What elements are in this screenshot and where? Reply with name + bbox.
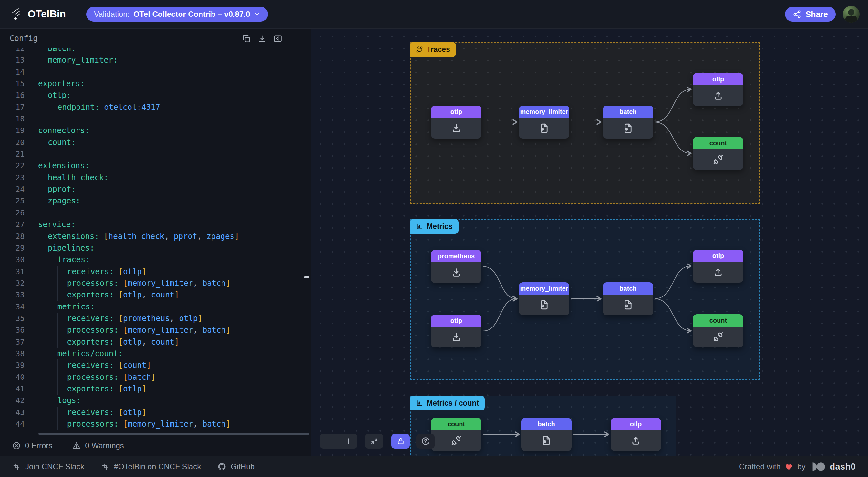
code-line: 13memory_limiter: — [0, 54, 311, 66]
heart-icon — [785, 463, 793, 471]
line-number: 39 — [0, 359, 25, 371]
connector-node-count[interactable]: count — [431, 418, 482, 451]
receiver-node-otlp[interactable]: otlp — [431, 106, 482, 139]
plug-icon — [693, 149, 743, 170]
processor-node-memory_limiter[interactable]: memory_limiter — [519, 282, 569, 315]
pipeline-badge-label: Traces — [427, 45, 450, 54]
line-number: 32 — [0, 277, 25, 289]
line-number: 41 — [0, 383, 25, 395]
warning-triangle-icon — [72, 442, 81, 450]
pipeline-badge-metrics[interactable]: Metrics — [410, 219, 459, 234]
node-label: otlp — [693, 250, 743, 262]
node-label: batch — [521, 418, 571, 430]
footer-link--otelbin-on-cncf-slack[interactable]: #OTelBin on CNCF Slack — [101, 462, 201, 471]
code-line: 28extensions: [health_check, pprof, zpag… — [0, 231, 311, 242]
code-line: 39receivers: [count] — [0, 359, 311, 371]
code-line: 27service: — [0, 219, 311, 230]
node-label: otlp — [693, 73, 743, 85]
line-number: 19 — [0, 125, 25, 136]
processor-node-batch[interactable]: batch — [521, 418, 571, 451]
help-button[interactable] — [416, 434, 435, 449]
code-line: 23health_check: — [0, 172, 311, 183]
zoom-in-button[interactable] — [339, 434, 358, 449]
user-avatar[interactable] — [843, 6, 860, 23]
connector-node-count[interactable]: count — [693, 314, 743, 347]
share-button[interactable]: Share — [785, 7, 836, 22]
download-config-button[interactable] — [258, 34, 267, 43]
zoom-out-button[interactable] — [320, 434, 339, 449]
validation-status-bar: 0 Errors 0 Warnings — [0, 435, 311, 456]
fit-view-button[interactable] — [365, 434, 383, 449]
upload-tray-icon — [693, 262, 743, 282]
code-line: 14 — [0, 66, 311, 78]
line-number: 34 — [0, 301, 25, 312]
otelbin-logo-icon — [8, 7, 23, 21]
line-number: 31 — [0, 266, 25, 277]
processor-node-batch[interactable]: batch — [603, 282, 653, 315]
exporter-node-otlp[interactable]: otlp — [693, 250, 743, 282]
receiver-node-otlp[interactable]: otlp — [431, 315, 482, 348]
errors-status[interactable]: 0 Errors — [12, 441, 52, 450]
code-line: 26 — [0, 207, 311, 219]
line-number: 14 — [0, 66, 25, 78]
node-label: memory_limiter — [519, 282, 569, 295]
code-line: 19connectors: — [0, 125, 311, 136]
header-divider — [75, 7, 76, 21]
node-label: batch — [603, 282, 653, 295]
node-label: count — [693, 137, 743, 149]
code-line: 35receivers: [prometheus, otlp] — [0, 312, 311, 324]
line-number: 12 — [0, 48, 25, 54]
code-line: 43receivers: [otlp] — [0, 407, 311, 418]
github-icon — [218, 463, 226, 471]
line-number: 33 — [0, 289, 25, 301]
line-number: 20 — [0, 137, 25, 148]
warnings-count: 0 Warnings — [85, 441, 124, 450]
editor-vertical-scrollbar[interactable] — [304, 276, 309, 278]
node-label: batch — [603, 106, 653, 118]
slack-icon — [101, 463, 110, 471]
code-line: 42logs: — [0, 395, 311, 406]
lock-button[interactable] — [392, 434, 410, 449]
line-number: 22 — [0, 160, 25, 172]
pipeline-badge-metrics-count[interactable]: Metrics / count — [410, 396, 485, 411]
code-line: 36processors: [memory_limiter, batch] — [0, 324, 311, 336]
processor-node-memory_limiter[interactable]: memory_limiter — [519, 106, 569, 139]
line-number: 23 — [0, 172, 25, 183]
copy-config-button[interactable] — [242, 34, 251, 43]
config-editor-panel: Config 12batch:13memory_limiter:1415expo… — [0, 29, 311, 456]
pipeline-group-metrics[interactable]: Metrics — [410, 219, 760, 380]
crafted-suffix: by — [797, 462, 805, 471]
editor-horizontal-scrollbar[interactable] — [38, 433, 309, 435]
node-label: count — [431, 418, 482, 430]
footer-link-join-cncf-slack[interactable]: Join CNCF Slack — [12, 462, 84, 471]
collapse-panel-button[interactable] — [274, 34, 282, 43]
warnings-status[interactable]: 0 Warnings — [72, 441, 124, 450]
line-number: 40 — [0, 371, 25, 383]
pipeline-badge-label: Metrics — [427, 222, 453, 231]
code-line: 41exporters: [otlp] — [0, 383, 311, 395]
exporter-node-otlp[interactable]: otlp — [693, 73, 743, 106]
code-line: 34metrics: — [0, 301, 311, 312]
receiver-node-prometheus[interactable]: prometheus — [431, 250, 482, 283]
pipeline-visualization-canvas[interactable]: Tracesotlpmemory_limiterbatchotlpcountMe… — [311, 29, 868, 456]
circle-x-icon — [12, 442, 21, 450]
line-number: 27 — [0, 219, 25, 230]
brand[interactable]: OTelBin — [8, 7, 66, 21]
crafted-by: Crafted with by dash0 — [739, 462, 856, 472]
line-number: 35 — [0, 312, 25, 324]
code-line: 37exporters: [otlp, count] — [0, 336, 311, 348]
yaml-code-editor[interactable]: 12batch:13memory_limiter:1415exporters:1… — [0, 48, 311, 435]
processor-node-batch[interactable]: batch — [603, 106, 653, 139]
footer-link-github[interactable]: GitHub — [218, 462, 255, 471]
code-line: 33exporters: [otlp, count] — [0, 289, 311, 301]
line-number: 25 — [0, 195, 25, 207]
file-process-icon — [519, 118, 569, 139]
pipeline-badge-traces[interactable]: Traces — [410, 42, 456, 57]
code-line: 44processors: [memory_limiter, batch] — [0, 418, 311, 430]
dash0-logo-icon[interactable] — [810, 462, 826, 472]
connector-node-count[interactable]: count — [693, 137, 743, 170]
dash0-brand[interactable]: dash0 — [830, 462, 856, 472]
otelbin-app: OTelBin Validation: OTel Collector Contr… — [0, 0, 868, 477]
exporter-node-otlp[interactable]: otlp — [611, 418, 661, 451]
validation-dropdown[interactable]: Validation: OTel Collector Contrib – v0.… — [86, 7, 268, 22]
